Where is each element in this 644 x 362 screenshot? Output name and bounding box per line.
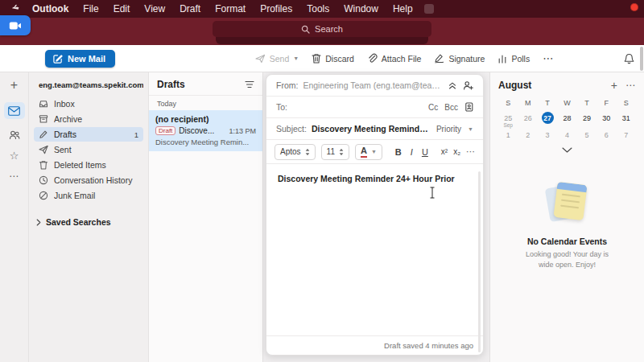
message-body-editor[interactable]: Discovery Meeting Reminder 24+ Hour Prio… <box>266 164 483 335</box>
menu-profiles[interactable]: Profiles <box>253 3 299 14</box>
formatting-more-button[interactable]: ⋯ <box>466 146 476 157</box>
apple-menu-icon[interactable] <box>10 4 25 14</box>
search-icon <box>301 25 310 34</box>
calendar-day[interactable]: 31 <box>617 112 636 124</box>
sidebar-item-junk-email[interactable]: Junk Email <box>34 188 143 203</box>
list-group-label: Today <box>149 96 262 110</box>
calendar-day[interactable]: 30 <box>597 112 616 124</box>
discard-button[interactable]: Discard <box>312 53 354 64</box>
new-mail-button[interactable]: New Mail <box>45 50 115 68</box>
compose-scrollbar[interactable] <box>478 171 481 352</box>
calendar-day[interactable]: 3 <box>538 129 557 141</box>
drafts-count-badge: 1 <box>134 130 138 139</box>
to-label: To: <box>276 102 287 112</box>
search-band: Search <box>0 18 644 45</box>
font-color-A: A <box>361 146 367 157</box>
font-size-select[interactable]: 11 <box>321 144 349 160</box>
rail-add-button[interactable]: + <box>10 79 18 92</box>
priority-dropdown[interactable]: Priority <box>436 125 461 134</box>
rail-more-button[interactable]: ⋯ <box>9 171 19 181</box>
sidebar-item-drafts[interactable]: Drafts 1 <box>34 127 143 142</box>
day-header: S <box>498 99 518 107</box>
superscript-button[interactable]: x² <box>441 147 448 156</box>
folder-sidebar: eng.team@teams.spekit.com Inbox Archive … <box>29 72 149 362</box>
draft-list-item[interactable]: (no recipient) Draft Discove... 1:13 PM … <box>149 110 262 151</box>
sidebar-item-archive[interactable]: Archive <box>34 112 143 126</box>
subject-row[interactable]: Subject: Discovery Meeting Reminder 24+ … <box>266 118 483 140</box>
from-row: From: Engineering Team (eng.team@teams..… <box>266 75 483 97</box>
account-email: eng.team@teams.spekit.com <box>39 80 143 89</box>
calendar-expand-chevron-icon[interactable] <box>562 147 572 153</box>
attach-file-button[interactable]: Attach File <box>367 53 422 64</box>
calendar-add-event-button[interactable]: + <box>606 79 622 92</box>
sidebar-item-sent[interactable]: Sent <box>34 142 143 157</box>
menu-window[interactable]: Window <box>336 3 386 14</box>
signature-button[interactable]: Signature <box>434 53 485 64</box>
address-book-icon[interactable] <box>464 102 473 112</box>
calendar-day-selected[interactable]: 27 <box>538 112 557 124</box>
day-header: W <box>557 99 576 107</box>
saved-searches-section[interactable]: Saved Searches <box>34 217 143 227</box>
font-family-select[interactable]: Aptos <box>275 144 316 160</box>
chevron-right-icon <box>36 219 41 226</box>
underline-button[interactable]: U <box>420 147 430 157</box>
italic-button[interactable]: I <box>409 147 415 157</box>
calendar-day[interactable]: 5 <box>577 129 597 141</box>
menu-file[interactable]: File <box>76 3 105 14</box>
calendar-day[interactable]: 7 <box>617 129 636 141</box>
menu-tools[interactable]: Tools <box>299 3 336 14</box>
toolbar-more-button[interactable]: ⋯ <box>543 52 554 64</box>
menubar-app-name[interactable]: Outlook <box>25 3 76 14</box>
cc-button[interactable]: Cc <box>428 103 438 112</box>
calendar-day[interactable]: 6 <box>597 129 616 141</box>
history-clock-icon <box>39 175 48 185</box>
to-row[interactable]: To: Cc Bcc <box>266 97 483 118</box>
menu-edit[interactable]: Edit <box>106 3 138 14</box>
window-scrollbar[interactable] <box>640 47 643 71</box>
notifications-bell-icon[interactable] <box>624 53 634 64</box>
sidebar-item-conversation-history[interactable]: Conversation History <box>34 173 143 187</box>
mini-calendar: S M T W T F S 25 26 27 28 29 30 31 Sep1 … <box>498 99 636 141</box>
calendar-more-button[interactable]: ⋯ <box>622 80 636 91</box>
text-cursor <box>429 187 436 199</box>
calendar-day[interactable]: 26 <box>518 112 537 124</box>
people-icon[interactable] <box>9 130 20 140</box>
rail-mail-tab[interactable] <box>4 102 25 119</box>
sidebar-item-inbox[interactable]: Inbox <box>34 97 143 111</box>
calendar-day[interactable]: 29 <box>577 112 597 124</box>
search-input[interactable]: Search <box>213 21 431 37</box>
send-button[interactable]: Send ▼ <box>255 54 299 64</box>
add-contact-icon[interactable] <box>463 80 473 90</box>
menu-format[interactable]: Format <box>208 3 253 14</box>
menu-view[interactable]: View <box>137 3 172 14</box>
search-suggestion-panel[interactable] <box>216 37 428 44</box>
send-icon <box>255 54 266 64</box>
sidebar-item-deleted-items[interactable]: Deleted Items <box>34 158 143 172</box>
draft-status-badge: Draft <box>155 126 175 135</box>
menubar-extra-icon[interactable] <box>424 4 434 14</box>
from-value[interactable]: Engineering Team (eng.team@teams.... <box>303 80 444 90</box>
subject-value[interactable]: Discovery Meeting Reminder 24+ Hour Pr..… <box>312 124 431 134</box>
signature-icon <box>434 53 444 64</box>
bold-button[interactable]: B <box>394 147 403 157</box>
subscript-button[interactable]: x₂ <box>453 147 460 156</box>
bcc-button[interactable]: Bcc <box>444 103 458 112</box>
recording-indicator-dot[interactable] <box>630 3 638 11</box>
favorites-star-icon[interactable]: ☆ <box>10 150 19 161</box>
screen-recorder-overlay[interactable] <box>0 15 31 35</box>
calendar-day[interactable]: 28 <box>557 112 576 124</box>
day-header: S <box>617 99 636 107</box>
calendar-day[interactable]: 4 <box>557 129 576 141</box>
folder-label: Sent <box>54 145 138 154</box>
calendar-day[interactable]: 2 <box>518 129 537 141</box>
account-header[interactable]: eng.team@teams.spekit.com <box>35 80 143 89</box>
calendar-day[interactable]: Sep1 <box>498 129 518 141</box>
polls-button[interactable]: Polls <box>497 54 530 64</box>
new-mail-label: New Mail <box>68 54 105 64</box>
month-prefix-label: Sep <box>498 123 518 129</box>
filter-icon[interactable] <box>245 80 254 88</box>
menu-draft[interactable]: Draft <box>172 3 208 14</box>
font-color-button[interactable]: A ▼ <box>355 144 382 160</box>
menu-help[interactable]: Help <box>386 3 420 14</box>
collapse-header-icon[interactable] <box>448 82 456 89</box>
